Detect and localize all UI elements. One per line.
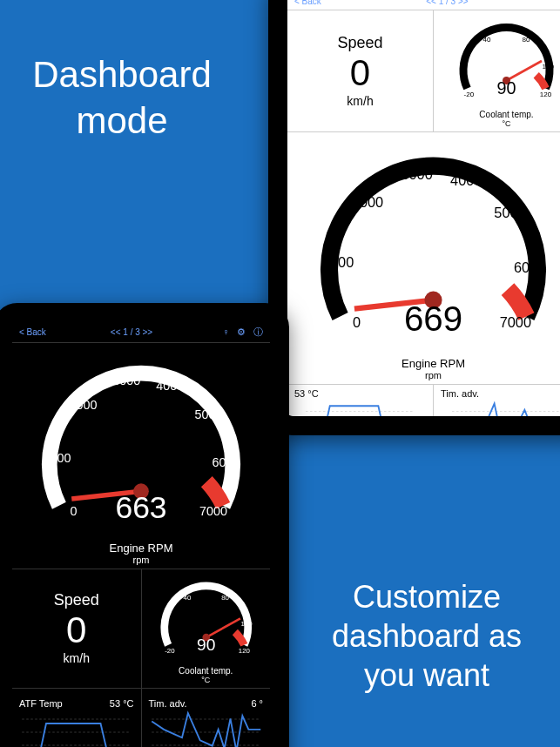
timadv-sparkline-light bbox=[437, 400, 560, 435]
coolant-gauge: -20 0 40 80 100 120 90 bbox=[437, 14, 560, 108]
atf-sparkline: 0:06 0:18 bbox=[16, 710, 138, 747]
speed-label: Speed bbox=[337, 34, 382, 52]
svg-text:0: 0 bbox=[463, 63, 468, 71]
svg-text:40: 40 bbox=[183, 594, 191, 602]
svg-text:40: 40 bbox=[483, 36, 491, 44]
coolant-gauge-dark: -20 0 40 80 100 120 90 bbox=[145, 573, 267, 664]
coolant-value: 90 bbox=[496, 78, 516, 98]
speed-panel-dark: Speed 0 km/h bbox=[12, 569, 142, 689]
svg-text:0: 0 bbox=[164, 620, 168, 628]
atf-spark-panel: ATF Temp 53 °C 0:06 0:18 bbox=[12, 689, 142, 747]
svg-text:80: 80 bbox=[523, 36, 530, 44]
svg-text:5000: 5000 bbox=[195, 407, 223, 421]
svg-text:3000: 3000 bbox=[401, 166, 432, 182]
rpm-label-light: Engine RPM bbox=[401, 357, 465, 370]
coolant-spark-panel: 53 °C bbox=[287, 385, 434, 435]
rpm-unit-light: rpm bbox=[425, 370, 442, 380]
rpm-gauge-dark: 0 1000 2000 3000 4000 5000 6000 7000 663 bbox=[16, 347, 267, 540]
svg-text:100: 100 bbox=[542, 63, 554, 71]
svg-text:4000: 4000 bbox=[156, 379, 184, 393]
tablet-light: < Back << 1 / 3 >> Speed 0 km/h -20 0 40 bbox=[268, 0, 560, 435]
speed-panel: Speed 0 km/h bbox=[287, 10, 434, 131]
coolant-unit: °C bbox=[502, 119, 510, 128]
bulb-icon[interactable]: ♀ bbox=[222, 326, 229, 337]
back-button[interactable]: < Back bbox=[294, 0, 321, 6]
svg-text:120: 120 bbox=[238, 647, 250, 655]
rpm-gauge-light: 0 1000 2000 3000 4000 5000 6000 7000 669 bbox=[291, 136, 560, 355]
speed-unit: km/h bbox=[64, 651, 90, 665]
svg-text:80: 80 bbox=[221, 594, 229, 602]
navbar-dark: < Back << 1 / 3 >> ♀ ⚙ ⓘ bbox=[12, 322, 270, 342]
atf-title: ATF Temp bbox=[19, 698, 63, 709]
gear-icon[interactable]: ⚙ bbox=[237, 326, 246, 337]
coolant-value-dark: 90 bbox=[197, 636, 215, 654]
rpm-value-dark: 663 bbox=[115, 490, 166, 525]
svg-text:6000: 6000 bbox=[514, 259, 545, 275]
svg-text:0: 0 bbox=[353, 314, 361, 330]
svg-text:120: 120 bbox=[540, 91, 552, 98]
coolant-gauge-panel: -20 0 40 80 100 120 90 Coolant temp. °C bbox=[434, 10, 560, 131]
promo-title-bottom: Customize dashboard as you want bbox=[309, 577, 544, 695]
coolant-label: Coolant temp. bbox=[479, 110, 533, 119]
rpm-label-dark: Engine RPM bbox=[110, 542, 173, 555]
timadv-spark-panel-dark: Tim. adv. 6 ° 0:06 0:18 bbox=[142, 689, 271, 747]
svg-text:1000: 1000 bbox=[322, 254, 354, 270]
timadv-title-dark: Tim. adv. bbox=[149, 698, 187, 709]
pager[interactable]: << 1 / 3 >> bbox=[321, 0, 560, 6]
speed-unit: km/h bbox=[347, 94, 373, 108]
tablet-dark: < Back << 1 / 3 >> ♀ ⚙ ⓘ 0 1000 2000 300… bbox=[0, 303, 289, 747]
rpm-value-light: 669 bbox=[404, 299, 462, 339]
svg-text:2000: 2000 bbox=[352, 194, 383, 210]
svg-text:-20: -20 bbox=[463, 91, 474, 98]
timadv-value-dark: 6 ° bbox=[251, 698, 263, 709]
svg-text:2000: 2000 bbox=[70, 398, 98, 412]
svg-text:0: 0 bbox=[70, 504, 77, 518]
svg-text:7000: 7000 bbox=[199, 504, 227, 518]
info-icon[interactable]: ⓘ bbox=[253, 326, 263, 337]
svg-text:7000: 7000 bbox=[500, 314, 531, 330]
pager[interactable]: << 1 / 3 >> bbox=[46, 327, 217, 337]
atf-value: 53 °C bbox=[110, 698, 134, 709]
coolant-label-dark: Coolant temp. bbox=[179, 666, 233, 676]
coolant-gauge-panel-dark: -20 0 40 80 100 120 90 Coolant temp. °C bbox=[142, 569, 271, 689]
speed-value: 0 bbox=[66, 609, 86, 651]
svg-text:100: 100 bbox=[240, 620, 253, 628]
rpm-unit-dark: rpm bbox=[133, 555, 150, 565]
coolant-sparkline bbox=[291, 400, 429, 435]
timadv-spark-panel-light: Tim. adv. bbox=[434, 385, 560, 435]
svg-text:3000: 3000 bbox=[112, 374, 140, 387]
svg-text:6000: 6000 bbox=[212, 455, 240, 469]
rpm-gauge-panel-dark: 0 1000 2000 3000 4000 5000 6000 7000 663… bbox=[12, 343, 270, 569]
timadv-sparkline-dark: 0:06 0:18 bbox=[145, 710, 267, 747]
svg-text:4000: 4000 bbox=[450, 172, 482, 188]
coolant-reading: 53 °C bbox=[294, 388, 319, 399]
timadv-title-light: Tim. adv. bbox=[441, 388, 479, 399]
navbar-light: < Back << 1 / 3 >> bbox=[287, 0, 560, 10]
speed-label: Speed bbox=[54, 591, 99, 609]
svg-text:1000: 1000 bbox=[44, 451, 71, 465]
svg-text:-20: -20 bbox=[165, 647, 175, 655]
promo-title-top: Dashboard mode bbox=[17, 52, 226, 144]
rpm-gauge-panel-light: 0 1000 2000 3000 4000 5000 6000 7000 669… bbox=[287, 132, 560, 384]
coolant-unit-dark: °C bbox=[201, 676, 210, 684]
speed-value: 0 bbox=[350, 52, 370, 94]
svg-text:5000: 5000 bbox=[494, 205, 525, 220]
back-button[interactable]: < Back bbox=[19, 327, 46, 337]
